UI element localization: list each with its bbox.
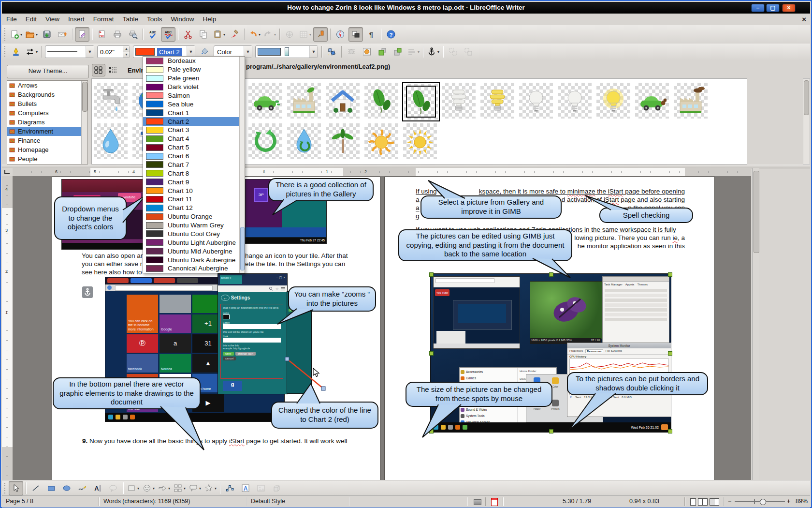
horizontal-ruler[interactable]: 654112 [13, 168, 751, 177]
gallery-item-car-exhaust[interactable] [634, 82, 670, 120]
copy-button[interactable] [196, 27, 211, 42]
word-count[interactable]: Words (characters): 1169 (6359) [103, 498, 190, 505]
gallery-item-cfl-yellow[interactable] [479, 82, 515, 120]
gallery-scrollbar[interactable] [803, 78, 810, 164]
menu-insert[interactable]: Insert [64, 14, 89, 25]
gallery-theme-bullets[interactable]: Bullets [7, 99, 87, 108]
color-option-chart-4[interactable]: Chart 4 [143, 134, 245, 143]
screenshot-tile-settings[interactable]: activate e– ▢ ×☆← Settingsdrag n drop an… [218, 273, 288, 394]
sysmon-tab[interactable]: Resources [585, 349, 603, 353]
toolbar-grip[interactable] [3, 28, 7, 41]
title-bar[interactable]: How to change Zorin 8 look like Windows … [2, 2, 810, 14]
gallery-item-leaf-selected[interactable] [402, 82, 440, 121]
color-option-ubuntu-light-aubergine[interactable]: Ubuntu Light Aubergine [143, 238, 245, 247]
toolbar-grip[interactable] [3, 483, 7, 493]
draw-functions-button[interactable] [313, 27, 328, 42]
ungroup-button[interactable] [461, 45, 476, 59]
save-button[interactable] [40, 27, 54, 42]
callout-changed-color[interactable]: Changed the color of the line to Chart 2… [271, 402, 378, 429]
gallery-item-recycle-arrows[interactable] [247, 122, 283, 160]
menu-format[interactable]: Format [89, 14, 118, 25]
formatting-marks-button[interactable]: ¶ [364, 27, 378, 42]
color-option-chart-1[interactable]: Chart 1 [143, 108, 245, 117]
change-icon-button[interactable]: change icon [235, 352, 256, 356]
print-button[interactable] [110, 27, 125, 42]
gallery-item-bulb-glow[interactable] [595, 82, 631, 120]
menu-item[interactable]: Games [461, 375, 516, 381]
toolbar-grip[interactable] [3, 46, 7, 58]
view-book-icon[interactable] [710, 498, 719, 506]
document-scrollbar[interactable] [752, 168, 759, 480]
callout-bottom-panel[interactable]: In the bottom panel there are vector gra… [53, 377, 201, 409]
save-button[interactable]: save [223, 352, 234, 356]
gallery-item-cfl-white[interactable] [441, 82, 477, 120]
callout-zooms[interactable]: You can make “zooms “ into the pictures [288, 286, 376, 312]
callout-dropdown-menus[interactable]: Dropdown menus to change the object's co… [54, 196, 127, 240]
selection-handle[interactable] [549, 429, 553, 433]
selection-handle[interactable] [429, 351, 434, 356]
callout-size-changed[interactable]: The size of the picture can be changed f… [406, 382, 552, 407]
draw-rectangle-button[interactable] [44, 481, 58, 495]
menu-window[interactable]: Window [166, 14, 198, 25]
menu-item[interactable]: Sound & Video [461, 406, 516, 413]
new-theme-button[interactable]: New Theme... [7, 65, 89, 78]
gallery-item-bulb-white[interactable] [557, 82, 593, 120]
gallery-theme-people[interactable]: People [7, 154, 87, 164]
line-style-select[interactable]: ▼ [45, 45, 94, 58]
color-option-chart-11[interactable]: Chart 11 [143, 195, 245, 204]
color-option-ubuntu-cool-grey[interactable]: Ubuntu Cool Grey [143, 230, 245, 239]
gallery-theme-finance[interactable]: Finance [7, 136, 87, 145]
draw-ellipse-button[interactable] [59, 481, 74, 495]
callout-borders-shadows[interactable]: To the pictures can be put borders and s… [567, 372, 708, 395]
metro-tile[interactable]: facebook [127, 354, 158, 373]
gallery-theme-environment[interactable]: Environment [7, 127, 87, 136]
redo-button[interactable]: ▾ [262, 27, 277, 42]
gallery-item-faucet[interactable] [93, 82, 129, 120]
arrow-style-button[interactable]: ▾ [24, 45, 39, 59]
color-option-bordeaux[interactable]: Bordeaux [143, 57, 245, 65]
cancel-button[interactable]: cancel [223, 357, 236, 360]
menu-edit[interactable]: Edit [21, 14, 41, 25]
screenshot-zorin-settings-desktop[interactable]: You Tube1600 x 1050 pixels 2.1 MB 35%37 … [430, 273, 671, 433]
draw-block-arrows-button[interactable]: ▾ [157, 481, 171, 495]
insert-table-button[interactable]: ▾ [298, 27, 312, 42]
callout-select-picture[interactable]: Select a picture from Gallery and improv… [420, 195, 562, 219]
gallery-theme-computers[interactable]: Computers [7, 108, 87, 118]
gallery-theme-arrows[interactable]: Arrows [7, 81, 87, 90]
print-preview-button[interactable] [126, 27, 140, 42]
cut-button[interactable] [181, 27, 195, 42]
spelling-button[interactable]: ABC [145, 27, 160, 42]
color-chip[interactable] [223, 314, 230, 319]
gallery-item-sun-wavy[interactable] [363, 122, 399, 160]
color-option-dark-violet[interactable]: Dark violet [143, 83, 245, 91]
maximize-button[interactable]: ▢ [766, 4, 780, 12]
email-button[interactable] [55, 27, 70, 42]
close-button[interactable]: × [782, 4, 796, 12]
clone-formatting-button[interactable] [227, 27, 242, 42]
menu-table[interactable]: Table [118, 14, 143, 25]
sysmon-tab[interactable]: Processes [569, 349, 583, 353]
metro-tile[interactable]: You can click on me to become more infor… [127, 295, 158, 333]
anchor-button[interactable]: ▾ [426, 45, 440, 59]
color-option-chart-12[interactable]: Chart 12 [143, 204, 245, 212]
selection-handle[interactable] [668, 429, 672, 433]
bring-to-front-button[interactable] [375, 45, 390, 59]
draw-extrusion-button[interactable] [269, 481, 284, 495]
navigator-button[interactable] [333, 27, 348, 42]
color-option-pale-yellow[interactable]: Pale yellow [143, 65, 245, 74]
cursor-position[interactable]: 5.30 / 1.79 [563, 498, 591, 505]
color-option-pale-green[interactable]: Pale green [143, 74, 245, 83]
draw-freeform-button[interactable] [75, 481, 89, 495]
zoom-percent[interactable]: 89% [796, 498, 808, 505]
draw-flowchart-button[interactable]: ▾ [172, 481, 187, 495]
color-option-chart-10[interactable]: Chart 10 [143, 186, 245, 195]
color-option-ubuntu-mid-aubergine[interactable]: Ubuntu Mid Aubergine [143, 247, 245, 255]
gallery-button[interactable] [348, 27, 363, 42]
selection-handle[interactable] [429, 429, 434, 433]
close-document-icon[interactable]: × [802, 15, 806, 23]
menu-view[interactable]: View [41, 14, 64, 25]
gallery-item-house[interactable] [325, 82, 361, 120]
group-button[interactable] [446, 45, 460, 59]
color-option-chart-8[interactable]: Chart 8 [143, 169, 245, 178]
page-indicator[interactable]: Page 5 / 8 [6, 498, 33, 505]
